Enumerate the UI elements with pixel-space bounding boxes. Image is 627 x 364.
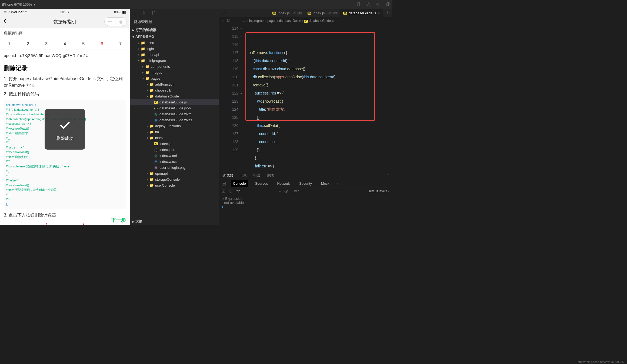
copy-icon[interactable] <box>385 2 390 7</box>
list-icon[interactable] <box>133 11 137 15</box>
eye-icon[interactable] <box>284 189 288 193</box>
capsule-menu[interactable]: ••• ◉ <box>104 17 126 26</box>
device-selector[interactable]: iPhone 6/7/8 100% <box>2 2 32 6</box>
svg-rect-11 <box>222 190 225 193</box>
folder-item[interactable]: ▸📁components <box>130 63 219 69</box>
status-bar: ••••• WeChat ⌃ 23:07 83%▮▯ <box>0 9 130 15</box>
branch-icon[interactable] <box>151 11 156 15</box>
open-editors-section[interactable]: ▸ 打开的编辑器 <box>130 26 219 33</box>
devtools-tab[interactable]: Console <box>231 180 248 187</box>
folder-item[interactable]: ▾📁pages <box>130 75 219 81</box>
code-editor[interactable]: 114⌄115⌄116117⌄118⌄119⌄120121122⌄1231241… <box>219 24 392 171</box>
editor-tab[interactable]: JSdatabaseGuide.js× <box>341 9 383 17</box>
step-tab[interactable]: 3 <box>37 42 56 46</box>
folder-item[interactable]: ▸📁storageConsole <box>130 176 219 182</box>
editor-tab[interactable]: JSindex.js.../index <box>305 9 341 17</box>
file-item[interactable]: ▧databaseGuide.wxml <box>130 111 219 117</box>
panel-tab[interactable]: 输出 <box>253 173 260 178</box>
section-heading: 删除记录 <box>0 62 130 75</box>
file-item[interactable]: ▧index.wxml <box>130 153 219 159</box>
delete-record-button[interactable]: 删除记录 <box>46 223 84 225</box>
folder-item[interactable]: ▾📁index <box>130 135 219 141</box>
console-prompt[interactable]: › <box>222 205 389 209</box>
bookmark-icon[interactable] <box>226 19 230 23</box>
toast-text: 删除成功 <box>56 136 74 141</box>
folder-item[interactable]: ▸📁im <box>130 129 219 135</box>
nav-fwd-icon[interactable]: → <box>237 19 240 23</box>
step-tab[interactable]: 7 <box>111 42 130 46</box>
folder-item[interactable]: ▸📁openapi <box>130 170 219 176</box>
folder-item[interactable]: ▸📁userConsole <box>130 182 219 188</box>
step-tab[interactable]: 6 <box>93 42 111 46</box>
next-step-button[interactable]: 下一步 <box>111 217 126 223</box>
panel-tab[interactable]: 终端 <box>267 173 274 178</box>
chevron-down-icon[interactable]: ▾ <box>34 2 35 6</box>
devtools-tab[interactable]: Sources <box>253 180 270 187</box>
log-levels-selector[interactable]: Default levels ▾ <box>368 189 390 193</box>
file-item[interactable]: ▦user-unlogin.png <box>130 164 219 170</box>
file-item[interactable]: { }index.json <box>130 147 219 153</box>
split-editor-icon[interactable] <box>383 10 392 16</box>
file-item[interactable]: JSdatabaseGuide.js <box>130 99 219 105</box>
search-icon[interactable] <box>142 11 146 15</box>
nav-back-icon[interactable]: ← <box>232 19 235 23</box>
editor-breadcrumb[interactable]: ← → … miniprogram › pages › databaseGuid… <box>219 17 392 24</box>
page-title: 数据库指引 <box>54 19 76 25</box>
clear-icon[interactable] <box>229 189 232 193</box>
menu-dots-icon[interactable]: ••• <box>105 18 115 26</box>
panel-tabs[interactable]: 调试器问题输出终端⌃ <box>219 171 392 180</box>
back-button[interactable] <box>3 18 10 25</box>
step-tabs[interactable]: 1234567 <box>0 39 130 49</box>
app-topbar: iPhone 6/7/8 100% ▾ <box>0 0 392 9</box>
devtools-tabs[interactable]: ConsoleSourcesNetworkSecurityMock»⋮ <box>219 180 392 187</box>
context-selector[interactable]: top <box>236 189 240 193</box>
close-ring-icon[interactable]: ◉ <box>115 18 126 26</box>
devtools-tab[interactable]: Security <box>297 180 314 187</box>
console-toolbar: top ▾ Default levels ▾ <box>219 187 392 195</box>
wifi-icon: ⌃ <box>25 10 28 14</box>
file-item[interactable]: ▤databaseGuide.wxss <box>130 117 219 123</box>
explorer-title: 资源管理器 <box>130 17 219 26</box>
step-tab[interactable]: 1 <box>0 42 19 46</box>
devtools-tab[interactable]: Network <box>275 180 292 187</box>
sound-icon[interactable] <box>376 2 381 7</box>
panel-tab[interactable]: 问题 <box>240 173 247 178</box>
folder-item[interactable]: ▸📁openapi <box>130 52 219 58</box>
folder-item[interactable]: ▸📁deployFunctions <box>130 123 219 129</box>
folder-item[interactable]: ▸📁login <box>130 46 219 52</box>
collapse-panel-icon[interactable]: ⌃ <box>386 174 389 178</box>
carrier-label: WeChat <box>11 10 24 14</box>
more-tabs-icon[interactable]: » <box>336 181 338 186</box>
device-icon[interactable] <box>356 2 361 7</box>
step-tab[interactable]: 5 <box>74 42 93 46</box>
svg-point-1 <box>367 3 370 6</box>
file-item[interactable]: JSindex.js <box>130 141 219 147</box>
file-item[interactable]: ▤index.wxss <box>130 159 219 164</box>
project-root[interactable]: ▾ APPS-EMO <box>130 33 219 40</box>
editor-area: JSindex.js.../loginJSindex.js.../indexJS… <box>219 9 392 225</box>
devtools-menu-icon[interactable]: ⋮ <box>386 181 390 186</box>
dock-icon[interactable] <box>221 11 225 15</box>
target-icon[interactable] <box>366 2 371 7</box>
folder-item[interactable]: ▸📁addFunction <box>130 81 219 87</box>
devtools-tab[interactable]: Mock <box>319 180 332 187</box>
play-icon[interactable] <box>222 189 225 193</box>
breadcrumb: 数据库指引 <box>0 28 130 39</box>
folder-item[interactable]: ▸📁echo <box>130 40 219 46</box>
editor-tab[interactable]: JSindex.js.../login <box>270 9 305 17</box>
folder-item[interactable]: ▾📁miniprogram <box>130 58 219 63</box>
folder-item[interactable]: ▸📁images <box>130 69 219 75</box>
file-item[interactable]: { }databaseGuide.json <box>130 105 219 111</box>
filter-input[interactable] <box>292 189 324 193</box>
step-text: 1. 打开 pages/databaseGuide/databaseGuide.… <box>0 75 130 90</box>
folder-item[interactable]: ▸📁chooseLib <box>130 87 219 93</box>
panel-tab[interactable]: 调试器 <box>223 173 233 178</box>
inspect-icon[interactable] <box>222 181 226 186</box>
svg-rect-10 <box>222 182 225 185</box>
outline-section[interactable]: ▸ 大纲 <box>130 218 219 225</box>
list-icon[interactable] <box>221 19 225 23</box>
close-icon[interactable]: × <box>378 11 380 15</box>
folder-item[interactable]: ▾📁databaseGuide <box>130 93 219 99</box>
step-tab[interactable]: 2 <box>19 42 37 46</box>
step-tab[interactable]: 4 <box>56 42 74 46</box>
